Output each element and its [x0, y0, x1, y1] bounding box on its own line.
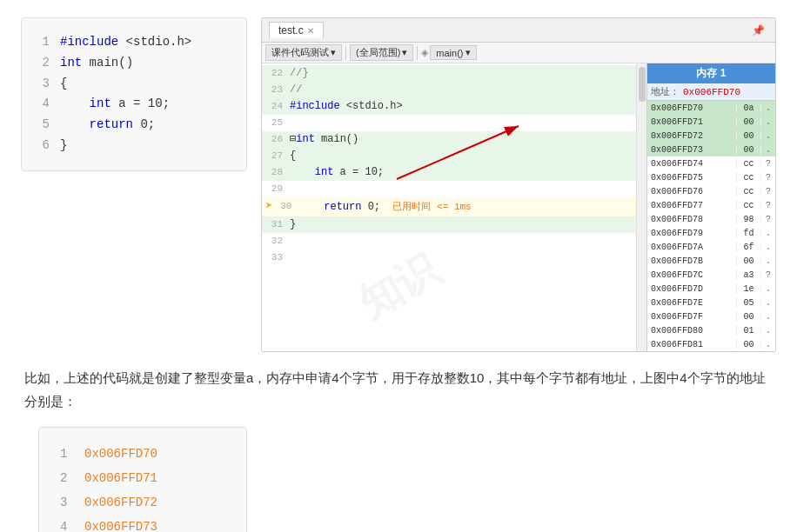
toolbar-diamond: ◈ — [421, 47, 428, 58]
memory-row: 0x006FFD7C a3 ? — [647, 268, 775, 282]
addr-line: 1 0x006FFD70 — [60, 442, 225, 466]
chevron-down-icon: ▾ — [331, 47, 336, 58]
ide-toolbar-btn2[interactable]: (全局范围) ▾ — [350, 44, 413, 61]
memory-row: 0x006FFD81 00 . — [647, 337, 775, 351]
ide-toolbar-btn3[interactable]: main() ▾ — [430, 45, 476, 60]
memory-rows: 0x006FFD70 0a . 0x006FFD71 00 . 0x006FFD… — [647, 101, 775, 351]
editor-line-29: 29 — [262, 181, 636, 197]
memory-row: 0x006FFD74 cc ? — [647, 156, 775, 170]
code-line-5: 5 return 0; — [39, 115, 229, 136]
memory-row: 0x006FFD78 98 ? — [647, 212, 775, 226]
editor-line-32: 32 — [262, 233, 636, 249]
memory-row: 0x006FFD71 00 . — [647, 115, 775, 129]
memory-row: 0x006FFD7A 6f . — [647, 240, 775, 254]
editor-line-23: 23 // — [262, 82, 636, 98]
memory-row: 0x006FFD75 cc ? — [647, 170, 775, 184]
memory-row: 0x006FFD80 01 . — [647, 323, 775, 337]
description-text: 比如，上述的代码就是创建了整型变量a，内存中申请4个字节，用于存放整数10，其中… — [21, 366, 776, 413]
ide-tab-bar: test.c ✕ 📌 — [262, 18, 775, 43]
ide-panel: test.c ✕ 📌 课件代码测试 ▾ (全局范围) ▾ — [261, 17, 776, 352]
memory-row: 0x006FFD7E 05 . — [647, 296, 775, 309]
current-line-arrow: ➤ — [265, 197, 272, 216]
editor-line-28: 28 int a = 10; — [262, 164, 636, 181]
left-code-block: 1 #include <stdio.h> 2 int main() 3 { 4 … — [21, 17, 247, 171]
code-line-2: 2 int main() — [39, 53, 229, 74]
chevron-down-icon-3: ▾ — [465, 47, 471, 58]
ide-tab-test-c[interactable]: test.c ✕ — [269, 22, 324, 38]
memory-row: 0x006FFD76 cc ? — [647, 184, 775, 198]
memory-title: 内存 1 — [647, 63, 775, 83]
addr-line: 2 0x006FFD71 — [60, 466, 225, 490]
memory-row: 0x006FFD73 00 . — [647, 143, 775, 156]
editor-line-31: 31 } — [262, 216, 636, 233]
editor-scrollbar[interactable] — [636, 63, 646, 351]
editor-line-33: 33 — [262, 249, 636, 266]
addr-line: 3 0x006FFD72 — [60, 490, 225, 515]
ide-tab-label: test.c — [278, 24, 304, 37]
ide-toolbar-btn1[interactable]: 课件代码测试 ▾ — [265, 44, 342, 61]
code-line-4: 4 int a = 10; — [39, 94, 229, 115]
scrollbar-thumb[interactable] — [639, 67, 646, 102]
ide-toolbar: 课件代码测试 ▾ (全局范围) ▾ ◈ main() ▾ — [262, 43, 775, 63]
memory-row: 0x006FFD72 00 . — [647, 129, 775, 143]
memory-addr-value: 0x006FFD70 — [683, 87, 740, 97]
addr-section: 1 0x006FFD70 2 0x006FFD71 3 0x006FFD72 4… — [21, 427, 776, 532]
memory-panel: 内存 1 地址： 0x006FFD70 0x006FFD70 0a . 0x00… — [646, 63, 775, 351]
memory-row: 0x006FFD7B 00 . — [647, 254, 775, 268]
editor-line-27: 27 { — [262, 148, 636, 164]
memory-row: 0x006FFD77 cc ? — [647, 198, 775, 212]
top-section: 1 #include <stdio.h> 2 int main() 3 { 4 … — [21, 17, 776, 352]
editor-line-30: ➤ 30 return 0; 已用时间 <= 1ms — [262, 197, 636, 216]
code-line-3: 3 { — [39, 74, 229, 95]
memory-row: 0x006FFD7F 00 . — [647, 309, 775, 323]
memory-addr-bar: 地址： 0x006FFD70 — [647, 83, 775, 101]
code-line-6: 6 } — [39, 136, 229, 156]
chevron-down-icon-2: ▾ — [402, 47, 407, 58]
toolbar-sep-1 — [345, 46, 346, 60]
ide-tab-close[interactable]: ✕ — [307, 26, 314, 36]
ide-editor[interactable]: 22 //} 23 // 24 #include <stdio.h> 25 — [262, 63, 636, 351]
memory-row: 0x006FFD70 0a . — [647, 101, 775, 115]
editor-line-22: 22 //} — [262, 65, 636, 82]
editor-line-26: 26 ⊟int main() — [262, 131, 636, 148]
addr-line: 4 0x006FFD73 — [60, 515, 225, 532]
toolbar-sep-2 — [417, 46, 418, 60]
code-line-1: 1 #include <stdio.h> — [39, 32, 229, 53]
ide-pin-icon: 📌 — [752, 24, 765, 37]
editor-line-25: 25 — [262, 115, 636, 131]
editor-line-24: 24 #include <stdio.h> — [262, 98, 636, 115]
addr-code-block: 1 0x006FFD70 2 0x006FFD71 3 0x006FFD72 4… — [38, 427, 247, 532]
ide-content: 22 //} 23 // 24 #include <stdio.h> 25 — [262, 63, 775, 351]
memory-addr-label: 地址： — [651, 85, 680, 98]
memory-row: 0x006FFD79 fd . — [647, 226, 775, 240]
memory-row: 0x006FFD7D 1e . — [647, 282, 775, 296]
